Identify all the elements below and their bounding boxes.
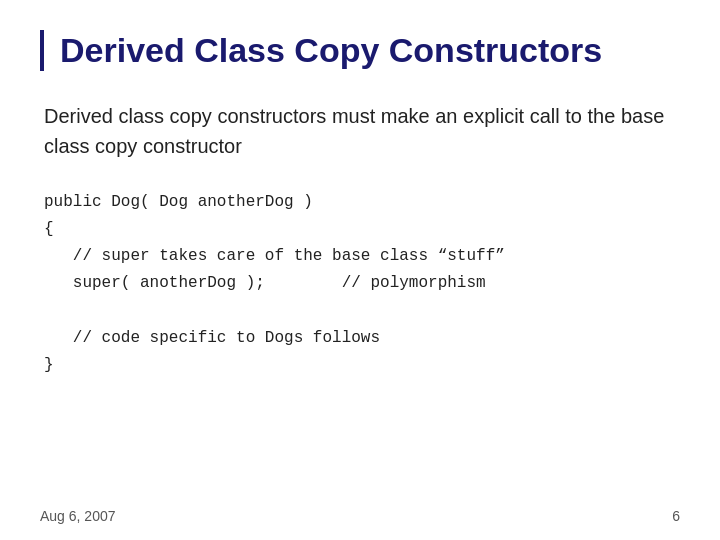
footer-page: 6 [672, 508, 680, 524]
code-line-1: public Dog( Dog anotherDog ) [44, 189, 680, 216]
slide-description: Derived class copy constructors must mak… [44, 101, 680, 161]
footer: Aug 6, 2007 6 [40, 508, 680, 524]
slide-title: Derived Class Copy Constructors [60, 30, 680, 71]
slide: Derived Class Copy Constructors Derived … [0, 0, 720, 540]
footer-date: Aug 6, 2007 [40, 508, 116, 524]
code-line-7: } [44, 352, 680, 379]
code-line-3: // super takes care of the base class “s… [44, 243, 680, 270]
code-line-4: super( anotherDog ); // polymorphism [44, 270, 680, 297]
code-line-5 [44, 298, 680, 325]
code-line-6: // code specific to Dogs follows [44, 325, 680, 352]
code-block: public Dog( Dog anotherDog ) { // super … [44, 189, 680, 379]
code-line-2: { [44, 216, 680, 243]
title-section: Derived Class Copy Constructors [40, 30, 680, 71]
